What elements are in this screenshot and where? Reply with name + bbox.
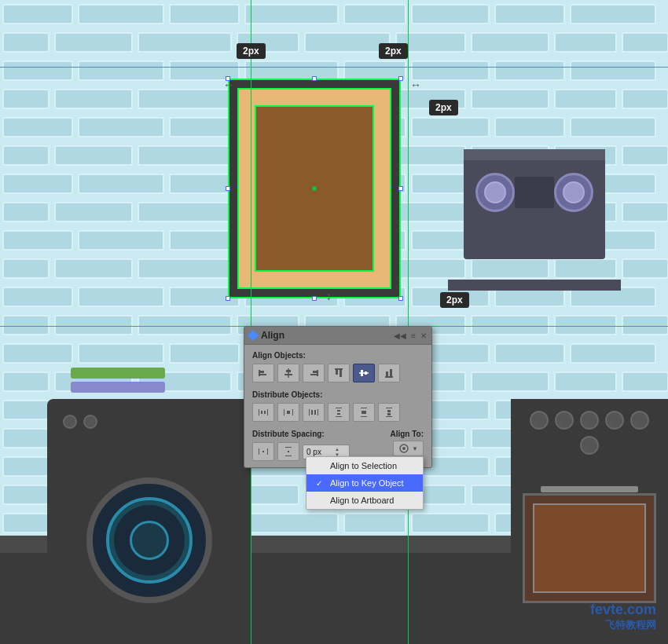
- svg-rect-44: [285, 456, 292, 456]
- dist-top-btn[interactable]: [328, 403, 350, 422]
- handle-bl[interactable]: [226, 296, 230, 301]
- wm-drum: [86, 478, 212, 603]
- dim-label-right: 2px: [429, 100, 458, 115]
- burner-2: [555, 411, 574, 430]
- svg-rect-7: [313, 371, 317, 373]
- svg-rect-39: [387, 413, 391, 415]
- dropdown-align-artboard[interactable]: Align to Artboard: [306, 492, 423, 509]
- svg-rect-41: [267, 448, 268, 455]
- dropdown-align-selection[interactable]: Align to Selection: [306, 457, 423, 474]
- handle-br[interactable]: [398, 296, 403, 301]
- dist-vcenter-btn[interactable]: [353, 403, 375, 422]
- align-to-label: Align To:: [390, 430, 424, 438]
- align-titlebar: Align ◀◀ ≡ ✕: [244, 327, 431, 345]
- align-right-btn[interactable]: [303, 364, 325, 382]
- align-panel: Align ◀◀ ≡ ✕ Align Objects:: [244, 326, 432, 468]
- burner-1: [530, 411, 549, 430]
- boombox-top: [464, 149, 605, 160]
- burner-3: [580, 411, 599, 430]
- svg-rect-9: [335, 368, 343, 370]
- svg-rect-0: [259, 370, 260, 376]
- dist-left-btn[interactable]: [252, 403, 274, 422]
- panel-close-icon[interactable]: ✕: [420, 331, 427, 340]
- check-key-object: ✓: [316, 479, 325, 488]
- svg-rect-22: [284, 409, 284, 415]
- oven-burners: [511, 399, 668, 467]
- svg-rect-26: [317, 409, 318, 415]
- boombox-speaker-left: [475, 173, 515, 212]
- svg-rect-30: [336, 416, 342, 417]
- align-title-left: Align: [249, 330, 284, 341]
- dim-label-bottom: 2px: [440, 292, 469, 308]
- wm-top-items: [71, 368, 165, 393]
- spacing-up-arrow[interactable]: ▲: [335, 447, 340, 452]
- align-titlebar-icons: ◀◀ ≡ ✕: [394, 331, 427, 340]
- distribute-spacing-label: Distribute Spacing:: [252, 430, 384, 438]
- arrow-left: ↔: [223, 79, 234, 91]
- oven: [511, 399, 668, 627]
- align-to-dropdown: ▼ Align to Selection ✓ Align to Key Obje…: [393, 441, 424, 456]
- svg-rect-20: [261, 411, 262, 414]
- align-bottom-btn[interactable]: [378, 364, 400, 382]
- oven-door-inner: [533, 503, 646, 593]
- handle-bm[interactable]: [312, 296, 317, 301]
- arrow-bottom: ↔: [323, 291, 336, 302]
- svg-rect-35: [362, 411, 366, 414]
- align-left-btn[interactable]: [252, 364, 274, 382]
- frame-outer: [228, 79, 401, 298]
- dropdown-align-key-object[interactable]: ✓ Align to Key Object: [306, 474, 423, 492]
- handle-tm[interactable]: [312, 76, 317, 81]
- wm-buttons: [63, 415, 97, 429]
- spacing-arrows: ▲ ▼: [335, 447, 340, 457]
- handle-mr[interactable]: [398, 186, 403, 191]
- frame-inner: [255, 105, 374, 272]
- wm-btn-1: [63, 415, 77, 429]
- align-to-button[interactable]: ▼: [393, 441, 424, 456]
- burner-4: [605, 411, 624, 430]
- dist-spacing-h-btn[interactable]: [252, 442, 274, 461]
- dim-label-top-right: 2px: [379, 43, 408, 59]
- svg-rect-33: [361, 408, 367, 408]
- boombox-center: [515, 177, 554, 208]
- watermark-chinese: 飞特教程网: [590, 618, 656, 632]
- align-to-dropdown-menu: Align to Selection ✓ Align to Key Object…: [306, 456, 424, 510]
- align-top-btn[interactable]: [328, 364, 350, 382]
- dropdown-item-label: Align to Artboard: [330, 496, 394, 505]
- svg-rect-37: [386, 416, 392, 417]
- align-objects-row: [252, 364, 424, 382]
- panel-menu-icon[interactable]: ≡: [411, 331, 416, 340]
- spacing-input[interactable]: [306, 448, 335, 456]
- dropdown-item-label: Align to Key Object: [330, 478, 404, 488]
- svg-rect-23: [292, 409, 293, 415]
- oven-handle: [541, 486, 638, 492]
- guide-vertical-right: [408, 0, 409, 644]
- boombox-speaker-right: [554, 173, 593, 212]
- frame-mid: [237, 88, 391, 289]
- wm-drum-inner: [106, 497, 193, 584]
- panel-collapse-icon[interactable]: ◀◀: [394, 331, 406, 340]
- svg-rect-18: [259, 409, 259, 415]
- burner-5: [630, 411, 649, 430]
- handle-tr[interactable]: [398, 76, 403, 81]
- svg-point-47: [402, 447, 406, 450]
- distribute-objects-label: Distribute Objects:: [252, 390, 424, 399]
- svg-rect-24: [287, 411, 290, 414]
- boombox-speaker-inner-left: [484, 181, 506, 203]
- arrow-right: ↔: [410, 79, 421, 91]
- svg-rect-17: [390, 369, 392, 376]
- svg-rect-25: [309, 409, 310, 415]
- align-hcenter-btn[interactable]: [277, 364, 299, 382]
- dist-hcenter-btn[interactable]: [277, 403, 299, 422]
- svg-rect-1: [260, 371, 264, 373]
- svg-rect-43: [285, 447, 292, 448]
- bottom-section: Distribute Spacing: ▲ ▼: [252, 430, 424, 461]
- picture-frame: [228, 79, 401, 298]
- dist-spacing-v-btn[interactable]: [277, 442, 299, 461]
- align-objects-label: Align Objects:: [252, 351, 424, 360]
- dist-bottom-btn[interactable]: [378, 403, 400, 422]
- dist-right-btn[interactable]: [303, 403, 325, 422]
- svg-rect-16: [386, 371, 388, 376]
- burner-6: [580, 436, 599, 455]
- handle-ml[interactable]: [226, 186, 230, 191]
- align-vcenter-btn[interactable]: [353, 364, 375, 382]
